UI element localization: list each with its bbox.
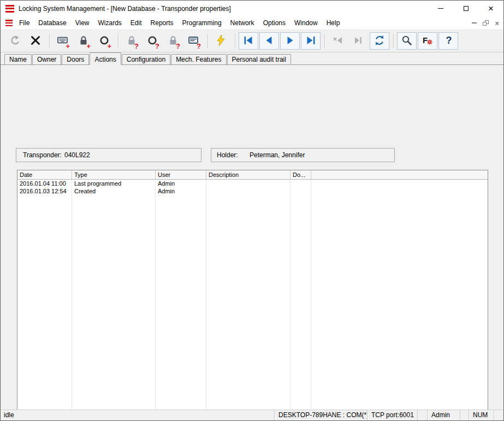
status-empty	[460, 410, 469, 420]
mdi-minimize-icon[interactable]	[472, 22, 477, 23]
next-record-button[interactable]	[280, 32, 300, 50]
read-card-button[interactable]: ?	[184, 32, 204, 50]
mdi-child-icon[interactable]	[5, 20, 13, 26]
mdi-close-icon[interactable]: ×	[495, 20, 499, 27]
program-icon	[215, 34, 227, 48]
menu-wizards[interactable]: Wizards	[94, 17, 126, 29]
content-area: Transponder: 040L922 Holder: Peterman, J…	[1, 65, 503, 410]
read-transponder-button[interactable]: ?	[143, 32, 162, 50]
cell-description	[206, 187, 290, 195]
grid-line	[72, 180, 72, 421]
close-button[interactable]: ×	[478, 1, 503, 16]
window-controls: ×	[428, 1, 503, 16]
find-next-icon	[353, 34, 365, 48]
menu-edit[interactable]: Edit	[126, 17, 146, 29]
holder-field: Holder: Peterman, Jennifer	[211, 148, 395, 162]
tab-configuration[interactable]: Configuration	[122, 54, 170, 64]
status-num: NUM	[469, 410, 494, 420]
window-title: Locking System Management - [New Databas…	[19, 5, 231, 13]
program-button[interactable]	[211, 32, 231, 50]
menu-help[interactable]: Help	[322, 17, 345, 29]
app-logo-icon[interactable]	[5, 5, 14, 13]
menu-file[interactable]: File	[15, 17, 34, 29]
menu-bar: FileDatabaseViewWizardsEditReportsProgra…	[1, 16, 503, 29]
toolbar-separator	[49, 34, 50, 48]
disconnect-icon	[29, 34, 41, 48]
menu-network[interactable]: Network	[226, 17, 259, 29]
search-icon	[401, 34, 413, 48]
table-row[interactable]: 2016.01.03 12:54CreatedAdmin	[17, 187, 488, 195]
status-idle: idle	[1, 410, 274, 420]
menu-options[interactable]: Options	[259, 17, 290, 29]
menu-programming[interactable]: Programming	[178, 17, 226, 29]
menu-view[interactable]: View	[71, 17, 94, 29]
title-bar: Locking System Management - [New Databas…	[1, 1, 503, 16]
status-empty	[417, 410, 427, 420]
tab-actions[interactable]: Actions	[90, 52, 121, 65]
toolbar-separator	[393, 34, 394, 48]
new-locking-system-badge: +	[66, 43, 70, 50]
column-header-date[interactable]: Date	[17, 170, 72, 179]
read-lock-button[interactable]: ?	[122, 32, 141, 50]
maximize-button[interactable]	[453, 1, 478, 16]
column-header-type[interactable]: Type	[72, 170, 156, 179]
cell-type: Created	[72, 187, 156, 195]
filter-settings-button[interactable]: F	[418, 32, 437, 50]
menu-database[interactable]: Database	[34, 17, 70, 29]
new-transponder-button[interactable]: +	[94, 32, 114, 50]
help-icon: ?	[442, 34, 454, 48]
refresh-button[interactable]	[370, 32, 389, 50]
new-lock-badge: +	[86, 43, 91, 50]
tab-name[interactable]: Name	[4, 54, 32, 64]
table-header: DateTypeUserDescriptionDo...	[17, 170, 488, 180]
tab-mech-features[interactable]: Mech. Features	[171, 54, 226, 64]
prev-record-button[interactable]	[259, 32, 279, 50]
help-button[interactable]: ?	[438, 32, 458, 50]
first-record-button[interactable]	[239, 32, 258, 50]
last-record-button[interactable]	[301, 32, 321, 50]
tab-doors[interactable]: Doors	[62, 54, 89, 64]
prev-record-icon	[263, 34, 275, 48]
read-card-badge: ?	[197, 43, 201, 50]
svg-text:?: ?	[446, 35, 452, 46]
toolbar-separator	[324, 34, 325, 48]
grid-line	[290, 180, 290, 421]
new-lock-button[interactable]: +	[74, 32, 93, 50]
status-tcp-port-6001: TCP port:6001	[367, 410, 417, 420]
column-header-do[interactable]: Do...	[290, 170, 311, 179]
disconnect-button[interactable]	[26, 32, 45, 50]
cell-date: 2016.01.03 12:54	[17, 187, 72, 195]
cell-user: Admin	[156, 187, 206, 195]
first-record-icon	[242, 34, 254, 48]
filter-settings-icon: F	[422, 34, 434, 48]
mdi-restore-icon[interactable]	[483, 20, 489, 26]
minimize-button[interactable]	[428, 1, 453, 16]
cell-type: Last programmed	[72, 180, 156, 187]
tab-owner[interactable]: Owner	[32, 54, 61, 64]
new-locking-system-button[interactable]: +	[53, 32, 73, 50]
cell-do	[290, 180, 311, 187]
toolbar-separator	[235, 34, 236, 48]
menu-reports[interactable]: Reports	[146, 17, 178, 29]
holder-label: Holder:	[211, 151, 250, 159]
grid-line	[206, 180, 206, 421]
tab-personal-audit-trail[interactable]: Personal audit trail	[227, 54, 291, 64]
column-header-description[interactable]: Description	[206, 170, 290, 179]
column-header-user[interactable]: User	[156, 170, 206, 179]
status-empty	[494, 410, 503, 420]
refresh-icon	[373, 34, 386, 48]
table-row[interactable]: 2016.01.04 11:00Last programmedAdmin	[17, 180, 488, 187]
holder-value: Peterman, Jennifer	[250, 151, 305, 159]
reset-button	[5, 32, 25, 50]
menu-items: FileDatabaseViewWizardsEditReportsProgra…	[15, 17, 344, 29]
toolbar-separator	[118, 34, 119, 48]
read-lock-alt-button[interactable]: ?	[163, 32, 183, 50]
last-record-icon	[305, 34, 317, 48]
cell-do	[290, 187, 311, 195]
column-header-filler	[311, 170, 488, 179]
search-button[interactable]	[397, 32, 417, 50]
reset-icon	[9, 34, 21, 48]
mdi-window-controls: ×	[472, 20, 499, 27]
menu-window[interactable]: Window	[290, 17, 322, 29]
transponder-value: 040L922	[64, 151, 90, 159]
